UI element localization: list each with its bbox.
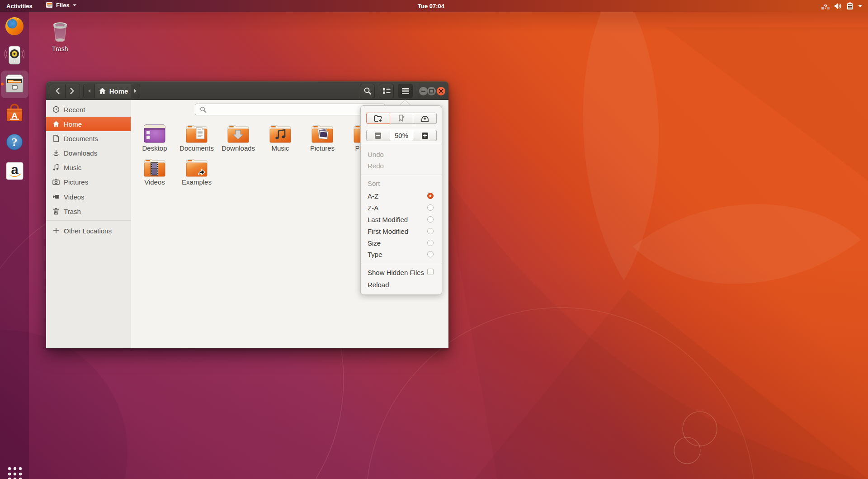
svg-text:?: ? xyxy=(824,3,827,10)
svg-text:?: ? xyxy=(12,136,18,149)
svg-text:a: a xyxy=(11,162,19,177)
